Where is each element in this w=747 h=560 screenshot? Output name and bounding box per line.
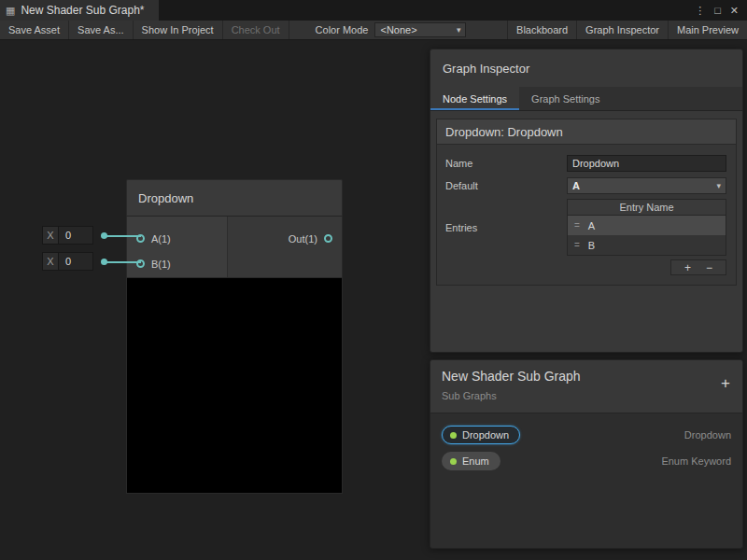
input-port-a-label: A(1) bbox=[151, 233, 171, 245]
blackboard-toggle-button[interactable]: Blackboard bbox=[507, 21, 576, 39]
default-dropdown-value: A bbox=[572, 180, 580, 191]
default-property-row: Default A ▾ bbox=[437, 175, 736, 197]
entries-list: = A = B bbox=[567, 216, 726, 256]
drag-handle-icon[interactable]: = bbox=[574, 241, 580, 250]
maximize-icon[interactable]: □ bbox=[714, 6, 721, 16]
node-header[interactable]: Dropdown bbox=[126, 179, 343, 217]
entries-list-row-a[interactable]: = A bbox=[568, 216, 726, 235]
color-mode-dropdown[interactable]: <None> ▾ bbox=[374, 22, 466, 37]
toolbar: Save Asset Save As... Show In Project Ch… bbox=[0, 21, 747, 40]
default-dropdown[interactable]: A ▾ bbox=[567, 177, 726, 194]
port-input-field-b[interactable]: X 0 bbox=[42, 252, 93, 271]
dropdown-node[interactable]: Dropdown A(1) B(1) Out(1) bbox=[126, 179, 343, 494]
blackboard-body: Dropdown Dropdown Enum Enum Keyword bbox=[430, 413, 742, 474]
chevron-down-icon: ▾ bbox=[457, 25, 461, 35]
name-property-row: Name Dropdown bbox=[437, 152, 736, 175]
section-title: Dropdown: Dropdown bbox=[437, 119, 736, 145]
input-port-row-a: A(1) bbox=[127, 226, 227, 251]
tab-node-settings[interactable]: Node Settings bbox=[430, 87, 519, 110]
output-port-label: Out(1) bbox=[289, 233, 317, 245]
toolbar-right-group: Blackboard Graph Inspector Main Preview bbox=[507, 21, 747, 39]
chevron-down-icon: ▾ bbox=[716, 181, 721, 190]
entries-list-footer: + − bbox=[437, 256, 736, 275]
color-mode-value: <None> bbox=[380, 24, 416, 35]
default-label: Default bbox=[445, 180, 567, 191]
inspector-content: Dropdown: Dropdown Name Dropdown Default… bbox=[430, 111, 742, 293]
name-label: Name bbox=[445, 158, 567, 169]
edge-b bbox=[105, 261, 141, 263]
graph-inspector-title: Graph Inspector bbox=[443, 62, 529, 76]
property-pill-label: Dropdown bbox=[462, 429, 509, 441]
close-icon[interactable]: ✕ bbox=[730, 6, 739, 16]
entries-label: Entries bbox=[445, 222, 567, 233]
blackboard-row-dropdown: Dropdown Dropdown bbox=[430, 422, 742, 448]
blackboard-row-enum: Enum Enum Keyword bbox=[430, 448, 742, 474]
entries-list-header: Entry Name bbox=[567, 199, 726, 216]
blackboard-panel: New Shader Sub Graph Sub Graphs + Dropdo… bbox=[430, 359, 743, 549]
property-pill-dropdown[interactable]: Dropdown bbox=[442, 426, 520, 444]
add-property-button[interactable]: + bbox=[721, 375, 730, 391]
axis-label-x: X bbox=[43, 227, 59, 244]
output-port-out[interactable] bbox=[324, 234, 332, 243]
name-field[interactable]: Dropdown bbox=[567, 155, 726, 172]
node-settings-section: Dropdown: Dropdown Name Dropdown Default… bbox=[436, 119, 737, 286]
remove-entry-button[interactable]: − bbox=[706, 262, 712, 273]
tab-graph-settings[interactable]: Graph Settings bbox=[519, 87, 612, 110]
entry-name: A bbox=[588, 220, 595, 231]
drag-handle-icon[interactable]: = bbox=[574, 221, 580, 231]
add-entry-button[interactable]: + bbox=[684, 262, 691, 273]
window-controls: ⋮ □ ✕ bbox=[695, 0, 747, 21]
graph-inspector-panel: Graph Inspector Node Settings Graph Sett… bbox=[430, 49, 743, 353]
main-preview-toggle-button[interactable]: Main Preview bbox=[668, 21, 747, 39]
section-title-text: Dropdown: Dropdown bbox=[445, 125, 563, 139]
show-in-project-button[interactable]: Show In Project bbox=[134, 21, 223, 39]
input-port-row-b: B(1) bbox=[127, 251, 227, 276]
inspector-tab-bar: Node Settings Graph Settings bbox=[430, 87, 742, 111]
node-input-column: A(1) B(1) bbox=[127, 217, 228, 277]
entries-list-row-b[interactable]: = B bbox=[568, 235, 726, 255]
port-input-value-b[interactable]: 0 bbox=[59, 253, 92, 270]
blackboard-subtitle: Sub Graphs bbox=[442, 390, 731, 401]
node-body: A(1) B(1) Out(1) bbox=[126, 217, 343, 278]
output-port-row: Out(1) bbox=[289, 226, 332, 251]
property-type-label: Enum Keyword bbox=[661, 455, 731, 467]
edge-a bbox=[105, 235, 141, 237]
blackboard-header[interactable]: New Shader Sub Graph Sub Graphs + bbox=[430, 360, 742, 413]
property-pill-label: Enum bbox=[462, 455, 489, 467]
section-body: Name Dropdown Default A ▾ Entries bbox=[437, 145, 736, 285]
entries-header-text: Entry Name bbox=[619, 202, 673, 213]
entries-property-row: Entries Entry Name = A = B bbox=[437, 197, 736, 256]
entry-name: B bbox=[588, 240, 595, 251]
property-type-label: Dropdown bbox=[684, 429, 731, 441]
graph-inspector-header[interactable]: Graph Inspector bbox=[430, 49, 742, 87]
node-output-column: Out(1) bbox=[228, 217, 342, 277]
port-input-field-a[interactable]: X 0 bbox=[42, 226, 93, 245]
window-tab[interactable]: ▦ New Shader Sub Graph* bbox=[0, 0, 159, 21]
check-out-button[interactable]: Check Out bbox=[223, 21, 289, 39]
property-dot-icon bbox=[450, 458, 457, 465]
blackboard-title: New Shader Sub Graph bbox=[442, 369, 731, 384]
color-mode-label: Color Mode bbox=[316, 24, 369, 35]
node-title: Dropdown bbox=[138, 191, 193, 205]
property-dot-icon bbox=[450, 432, 457, 439]
title-bar: ▦ New Shader Sub Graph* ⋮ □ ✕ bbox=[0, 0, 747, 21]
graph-inspector-toggle-button[interactable]: Graph Inspector bbox=[576, 21, 668, 39]
axis-label-x: X bbox=[43, 253, 59, 270]
property-pill-enum[interactable]: Enum bbox=[442, 452, 500, 470]
save-as-button[interactable]: Save As... bbox=[69, 21, 134, 39]
input-port-b-label: B(1) bbox=[151, 259, 171, 270]
shader-graph-icon: ▦ bbox=[6, 6, 15, 16]
port-input-value-a[interactable]: 0 bbox=[59, 227, 92, 244]
window-title: New Shader Sub Graph* bbox=[21, 4, 144, 17]
menu-icon[interactable]: ⋮ bbox=[695, 6, 705, 16]
color-mode-group: Color Mode <None> ▾ bbox=[316, 21, 467, 39]
node-preview bbox=[126, 278, 343, 494]
save-asset-button[interactable]: Save Asset bbox=[0, 21, 69, 39]
